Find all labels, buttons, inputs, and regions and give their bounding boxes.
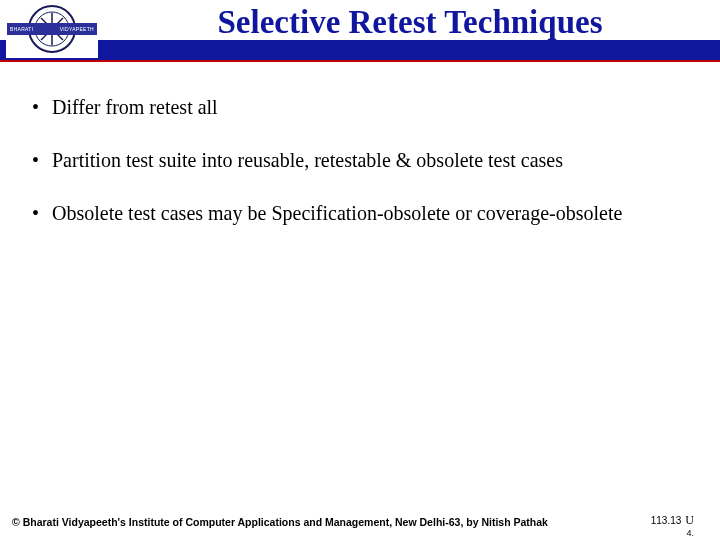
slide-footer: © Bharati Vidyapeeth's Institute of Comp… — [0, 508, 720, 534]
page-number: 113.13U — [651, 513, 694, 528]
list-item: Differ from retest all — [30, 88, 698, 127]
logo-text-left: BHARATI — [10, 26, 33, 32]
header-blue-bar — [0, 40, 720, 60]
slide-title: Selective Retest Techniques — [108, 4, 712, 41]
list-item: Partition test suite into reusable, rete… — [30, 141, 698, 180]
bullet-list: Differ from retest all Partition test su… — [30, 88, 698, 233]
logo-text-band: BHARATI VIDYAPEETH — [7, 23, 97, 35]
header-red-underline — [0, 60, 720, 62]
logo-text-right: VIDYAPEETH — [60, 26, 94, 32]
institute-logo: BHARATI VIDYAPEETH — [6, 0, 98, 58]
page-letter: U — [685, 513, 694, 527]
page-sub: 4. — [686, 528, 694, 538]
copyright-text: © Bharati Vidyapeeth's Institute of Comp… — [12, 516, 548, 528]
page-number-value: 113.13 — [651, 515, 682, 526]
slide-header: BHARATI VIDYAPEETH Selective Retest Tech… — [0, 0, 720, 62]
slide-body: Differ from retest all Partition test su… — [30, 88, 698, 247]
list-item: Obsolete test cases may be Specification… — [30, 194, 698, 233]
